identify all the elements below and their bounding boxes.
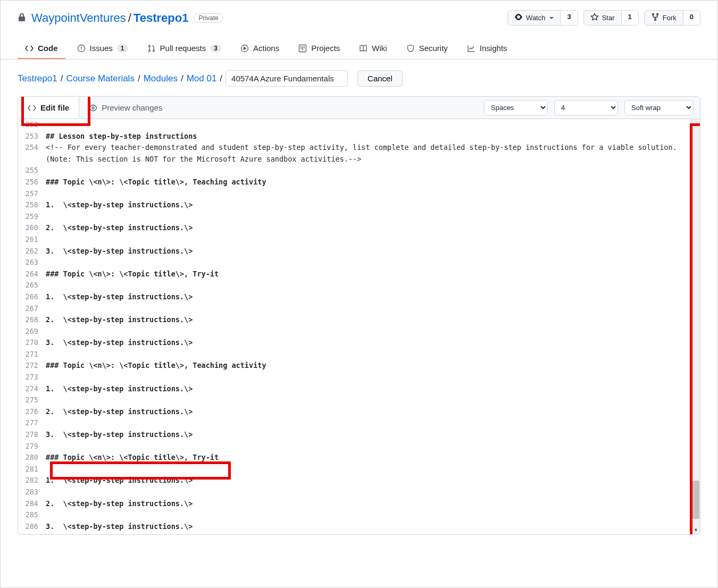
code-line[interactable]: (Note: This section is NOT for the Micro… [18,154,691,165]
code-line[interactable]: 252 [18,119,691,131]
filename-input[interactable] [226,70,348,87]
tab-security[interactable]: Security [399,38,455,59]
line-text[interactable] [46,532,691,534]
tab-code[interactable]: Code [18,38,65,59]
cancel-button[interactable]: Cancel [357,70,403,87]
line-text[interactable]: 3. \<step-by-step instructions.\> [46,429,691,441]
code-line[interactable]: 2581. \<step-by-step instructions.\> [18,199,691,211]
line-text[interactable]: 3. \<step-by-step instructions.\> [46,246,691,257]
fork-count[interactable]: 0 [683,11,700,25]
line-text[interactable] [46,280,691,291]
code-line[interactable]: 2821. \<step-by-step instructions.\> [18,475,691,486]
code-line[interactable]: 2602. \<step-by-step instructions.\> [18,222,691,234]
code-line[interactable]: 281 [18,464,691,475]
line-text[interactable]: 2. \<step-by-step instructions.\> [46,406,691,418]
watch-button[interactable]: Watch 3 [507,10,578,26]
line-text[interactable]: 2. \<step-by-step instructions.\> [46,222,691,234]
owner-link[interactable]: WaypointVentures [31,11,126,25]
wrap-select[interactable]: Soft wrap [624,100,694,115]
line-text[interactable]: ### Topic \<n\>: \<Topic title\>, Teachi… [46,360,691,372]
code-line[interactable]: 285 [18,509,691,521]
line-text[interactable] [46,349,691,360]
line-text[interactable] [46,326,691,338]
tab-actions[interactable]: Actions [233,38,287,59]
indent-mode-select[interactable]: Spaces [484,100,548,115]
code-editor[interactable]: 252253## Lesson step-by-step instruction… [18,119,691,534]
line-text[interactable]: (Note: This section is NOT for the Micro… [46,154,691,165]
watch-count[interactable]: 3 [561,11,577,25]
line-text[interactable]: 1. \<step-by-step instructions.\> [46,475,691,486]
code-line[interactable]: 264### Topic \<n\>: \<Topic title\>, Try… [18,268,691,280]
line-text[interactable]: ## Lesson step-by-step instructions [46,131,691,142]
line-text[interactable]: 3. \<step-by-step instructions.\> [46,337,691,349]
code-line[interactable]: 254<!-- For every teacher-demonstrated a… [18,142,691,154]
line-text[interactable] [46,303,691,315]
code-line[interactable]: 265 [18,280,691,291]
line-text[interactable] [46,188,691,200]
code-line[interactable]: 287 [18,532,691,534]
code-line[interactable]: 256### Topic \<n\>: \<Topic title\>, Tea… [18,177,691,188]
indent-size-select[interactable]: 4 [554,100,618,115]
line-text[interactable]: ### Topic \<n\>: \<Topic title\>, Teachi… [46,177,691,188]
line-text[interactable]: 1. \<step-by-step instructions.\> [46,291,691,303]
line-text[interactable]: 1. \<step-by-step instructions.\> [46,199,691,211]
line-text[interactable] [46,394,691,406]
repo-link[interactable]: Testrepo1 [133,11,189,25]
code-line[interactable]: 259 [18,211,691,223]
line-text[interactable] [46,257,691,268]
code-line[interactable]: 253## Lesson step-by-step instructions [18,131,691,142]
line-text[interactable]: 2. \<step-by-step instructions.\> [46,498,691,510]
code-line[interactable]: 280### Topic \<n\>: \<Topic title\>, Try… [18,452,691,464]
code-line[interactable]: 2623. \<step-by-step instructions.\> [18,246,691,257]
line-text[interactable]: 2. \<step-by-step instructions.\> [46,314,691,326]
code-line[interactable]: 275 [18,394,691,406]
code-line[interactable]: 279 [18,441,691,452]
code-line[interactable]: 2762. \<step-by-step instructions.\> [18,406,691,418]
scroll-up-arrow[interactable]: ▲ [691,119,700,128]
scrollbar[interactable]: ▲ ▼ [691,119,700,534]
code-line[interactable]: 277 [18,417,691,429]
code-line[interactable]: 261 [18,234,691,246]
scroll-down-arrow[interactable]: ▼ [691,525,700,534]
star-button[interactable]: Star 1 [583,10,639,26]
code-line[interactable]: 2741. \<step-by-step instructions.\> [18,383,691,395]
scroll-thumb[interactable] [692,481,699,519]
code-line[interactable]: 269 [18,326,691,338]
fork-button[interactable]: Fork 0 [644,10,700,26]
line-text[interactable] [46,372,691,383]
code-line[interactable]: 271 [18,349,691,360]
tab-projects[interactable]: Projects [291,38,347,59]
star-count[interactable]: 1 [622,11,638,25]
code-line[interactable]: 283 [18,486,691,498]
code-line[interactable]: 2703. \<step-by-step instructions.\> [18,337,691,349]
code-line[interactable]: 2863. \<step-by-step instructions.\> [18,521,691,533]
tab-pulls[interactable]: Pull requests 3 [140,38,229,59]
code-line[interactable]: 267 [18,303,691,315]
breadcrumb-p3[interactable]: Mod 01 [187,73,217,84]
line-text[interactable] [46,417,691,429]
code-line[interactable]: 272### Topic \<n\>: \<Topic title\>, Tea… [18,360,691,372]
line-text[interactable]: ### Topic \<n\>: \<Topic title\>, Try-it [46,452,691,464]
code-line[interactable]: 2842. \<step-by-step instructions.\> [18,498,691,510]
line-text[interactable]: 3. \<step-by-step instructions.\> [46,521,691,533]
line-text[interactable] [46,165,691,177]
line-text[interactable] [46,441,691,452]
breadcrumb-p1[interactable]: Course Materials [66,73,135,84]
line-text[interactable] [46,119,691,131]
preview-tab[interactable]: Preview changes [79,97,172,119]
code-line[interactable]: 2682. \<step-by-step instructions.\> [18,314,691,326]
line-text[interactable] [46,486,691,498]
line-text[interactable] [46,234,691,246]
line-text[interactable]: 1. \<step-by-step instructions.\> [46,383,691,395]
code-line[interactable]: 255 [18,165,691,177]
code-line[interactable]: 273 [18,372,691,383]
code-line[interactable]: 263 [18,257,691,268]
code-line[interactable]: 2661. \<step-by-step instructions.\> [18,291,691,303]
tab-wiki[interactable]: Wiki [352,38,394,59]
code-line[interactable]: 257 [18,188,691,200]
edit-file-tab[interactable]: Edit file [18,97,79,119]
line-text[interactable] [46,464,691,475]
breadcrumb-root[interactable]: Testrepo1 [18,73,57,84]
breadcrumb-p2[interactable]: Modules [144,73,178,84]
line-text[interactable] [46,509,691,521]
